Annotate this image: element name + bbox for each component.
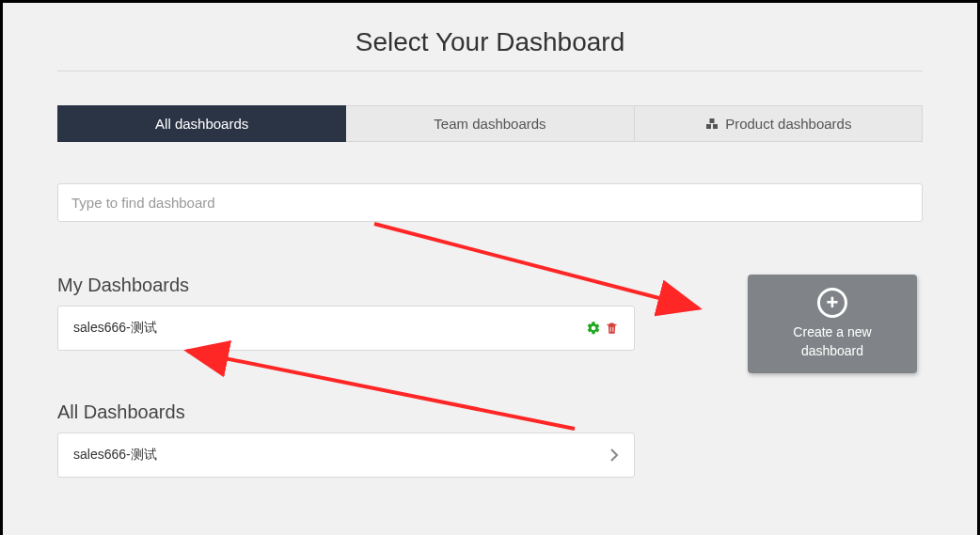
create-dashboard-button[interactable]: + Create a new dashboard — [748, 275, 917, 373]
chevron-right-icon — [609, 448, 619, 463]
svg-rect-2 — [710, 118, 715, 123]
tab-all-label: All dashboards — [155, 116, 248, 132]
dashboard-tabs: All dashboards Team dashboards Product d… — [57, 105, 923, 142]
all-dashboard-item[interactable]: sales666-测试 — [57, 433, 635, 478]
divider — [57, 71, 923, 71]
svg-rect-1 — [713, 124, 718, 129]
page-title: Select Your Dashboard — [57, 22, 923, 71]
my-dashboard-item[interactable]: sales666-测试 — [57, 306, 635, 351]
tab-team-label: Team dashboards — [434, 116, 545, 132]
cubes-icon — [704, 117, 719, 132]
create-label-line2: dashboard — [801, 343, 863, 358]
tab-all-dashboards[interactable]: All dashboards — [57, 105, 346, 142]
dashboard-name: sales666-测试 — [73, 447, 157, 464]
search-input[interactable] — [57, 183, 923, 222]
all-dashboards-title: All Dashboards — [57, 401, 635, 423]
trash-icon[interactable] — [605, 321, 619, 336]
gear-icon[interactable] — [586, 321, 601, 336]
dashboard-name: sales666-测试 — [73, 320, 157, 337]
tab-team-dashboards[interactable]: Team dashboards — [346, 105, 634, 142]
my-dashboards-title: My Dashboards — [57, 275, 635, 296]
plus-circle-icon: + — [817, 288, 847, 318]
tab-product-dashboards[interactable]: Product dashboards — [635, 105, 923, 142]
svg-rect-0 — [706, 124, 711, 129]
create-label-line1: Create a new — [793, 324, 871, 339]
tab-product-label: Product dashboards — [725, 116, 851, 132]
